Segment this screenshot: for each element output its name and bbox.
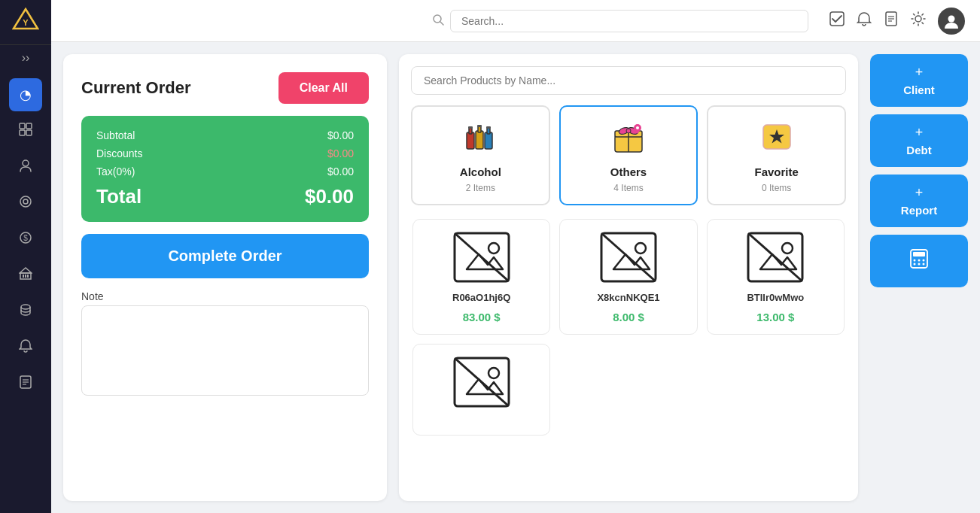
alcohol-category-name: Alcohol [460, 165, 501, 178]
products-panel: Alcohol 2 Items [399, 54, 858, 501]
tax-value: $0.00 [327, 165, 354, 178]
svg-rect-46 [486, 126, 491, 129]
svg-rect-39 [469, 128, 472, 134]
database-icon [19, 303, 32, 320]
product-name-2: X8kcnNKQE1 [597, 292, 659, 303]
favorite-category-name: Favorite [755, 165, 799, 178]
search-wrapper [432, 10, 808, 32]
client-button[interactable]: + Client [870, 54, 968, 107]
sidebar-item-grid[interactable] [9, 114, 42, 147]
bell-icon [19, 339, 32, 357]
svg-text:Y: Y [23, 18, 29, 27]
header-actions [829, 8, 965, 35]
category-card-alcohol[interactable]: Alcohol 2 Items [411, 105, 550, 205]
svg-rect-45 [487, 128, 490, 134]
svg-point-72 [918, 260, 921, 262]
svg-rect-14 [27, 275, 29, 278]
svg-rect-5 [26, 130, 32, 135]
calculator-icon [908, 248, 930, 274]
svg-point-65 [782, 243, 793, 253]
svg-rect-13 [23, 275, 24, 278]
product-card-1[interactable]: R06aO1hj6Q 83.00 $ [412, 219, 550, 335]
client-plus-icon: + [915, 65, 924, 80]
product-name-3: BTIlr0wMwo [747, 292, 804, 303]
product-price-3: 13.00 $ [756, 311, 794, 323]
sidebar-item-pos[interactable] [9, 187, 42, 220]
sidebar-item-bank[interactable] [9, 259, 42, 292]
category-card-others[interactable]: Others 4 Items [559, 105, 698, 205]
action-buttons: + Client + Debt + Report [870, 54, 968, 501]
product-card-4[interactable] [412, 344, 550, 436]
clear-all-button[interactable]: Clear All [278, 72, 369, 104]
category-grid: Alcohol 2 Items [411, 105, 846, 205]
favorite-category-count: 0 Items [762, 183, 791, 193]
sidebar-item-dashboard[interactable]: ◔ [9, 78, 42, 111]
tax-label: Tax(0%) [96, 165, 135, 178]
product-name-1: R06aO1hj6Q [452, 292, 510, 303]
sidebar-item-notifications[interactable] [9, 331, 42, 364]
svg-point-37 [948, 15, 955, 22]
note-section: Note [81, 290, 369, 399]
header [51, 0, 980, 42]
product-image-1 [452, 230, 512, 284]
note-textarea[interactable] [81, 305, 369, 396]
sidebar-item-database[interactable] [9, 295, 42, 328]
report-plus-icon: + [915, 185, 924, 201]
svg-point-73 [923, 260, 925, 262]
discounts-value: $0.00 [327, 147, 354, 159]
others-icon [609, 117, 648, 161]
product-search-input[interactable] [411, 66, 846, 95]
note-label: Note [81, 290, 369, 302]
sidebar: Y ›› ◔ [0, 0, 51, 513]
subtotal-row: Subtotal $0.00 [96, 129, 354, 141]
svg-rect-3 [26, 123, 32, 129]
svg-marker-12 [20, 268, 32, 273]
sun-icon[interactable] [911, 11, 926, 30]
notification-icon[interactable] [857, 11, 872, 30]
svg-point-76 [923, 263, 925, 266]
debt-button[interactable]: + Debt [870, 114, 968, 167]
bank-icon [19, 267, 32, 284]
report-button[interactable]: + Report [870, 175, 968, 227]
svg-line-34 [922, 23, 924, 24]
svg-rect-42 [478, 126, 481, 132]
svg-rect-38 [467, 132, 474, 149]
content-area: Current Order Clear All Subtotal $0.00 D… [51, 42, 980, 513]
svg-point-68 [488, 368, 499, 378]
svg-line-22 [440, 22, 443, 25]
svg-text:$: $ [23, 234, 28, 242]
svg-point-28 [915, 16, 921, 22]
svg-rect-43 [477, 125, 482, 127]
products-grid: R06aO1hj6Q 83.00 $ X8kcnNKQE1 [411, 216, 846, 439]
reports-icon [19, 375, 32, 393]
alcohol-icon [461, 117, 500, 161]
svg-line-36 [914, 23, 915, 24]
complete-order-button[interactable]: Complete Order [81, 234, 369, 278]
others-category-name: Others [610, 165, 647, 178]
discounts-row: Discounts $0.00 [96, 147, 354, 159]
calculator-button[interactable] [870, 235, 968, 287]
dashboard-icon: ◔ [20, 87, 32, 103]
checkmark-icon[interactable] [829, 11, 845, 30]
header-search-input[interactable] [450, 10, 808, 32]
sidebar-item-exchange[interactable]: $ [9, 223, 42, 256]
total-value: $0.00 [305, 185, 354, 208]
avatar[interactable] [938, 8, 965, 35]
svg-line-35 [922, 14, 924, 16]
subtotal-value: $0.00 [327, 129, 354, 141]
svg-point-6 [23, 160, 29, 166]
logo-text: Y [12, 8, 39, 37]
debt-plus-icon: + [915, 125, 924, 141]
category-card-favorite[interactable]: Favorite 0 Items [707, 105, 846, 205]
sidebar-item-user[interactable] [9, 150, 42, 184]
product-card-3[interactable]: BTIlr0wMwo 13.00 $ [707, 219, 845, 335]
products-scroll: R06aO1hj6Q 83.00 $ X8kcnNKQE1 [411, 216, 846, 489]
product-card-2[interactable]: X8kcnNKQE1 8.00 $ [559, 219, 697, 335]
product-image-2 [598, 230, 659, 284]
document-icon[interactable] [884, 11, 899, 30]
order-summary: Subtotal $0.00 Discounts $0.00 Tax(0%) $… [81, 116, 369, 222]
user-icon [19, 159, 32, 176]
sidebar-toggle[interactable]: ›› [0, 45, 51, 71]
sidebar-nav: ◔ [0, 71, 51, 513]
sidebar-item-reports[interactable] [9, 367, 42, 400]
